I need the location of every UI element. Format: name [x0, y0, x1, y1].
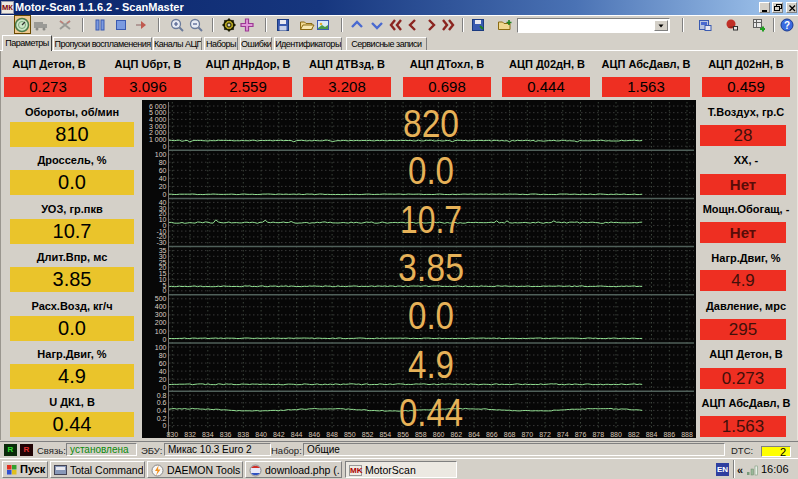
svg-text:0: 0 — [163, 191, 167, 198]
svg-text:868: 868 — [504, 431, 516, 438]
svg-text:830: 830 — [166, 431, 178, 438]
svg-text:100: 100 — [155, 151, 167, 158]
svg-text:60: 60 — [159, 360, 167, 367]
svg-text:850: 850 — [344, 431, 356, 438]
svg-text:0.6: 0.6 — [157, 399, 167, 406]
svg-text:866: 866 — [486, 431, 498, 438]
svg-text:886: 886 — [663, 431, 675, 438]
svg-text:840: 840 — [255, 431, 267, 438]
svg-text:872: 872 — [539, 431, 551, 438]
svg-text:0.8: 0.8 — [157, 392, 167, 399]
svg-text:832: 832 — [184, 431, 196, 438]
svg-text:40: 40 — [159, 368, 167, 375]
svg-text:848: 848 — [326, 431, 338, 438]
svg-text:884: 884 — [646, 431, 658, 438]
svg-text:300: 300 — [155, 311, 167, 318]
svg-text:0: 0 — [163, 336, 167, 343]
svg-text:0.2: 0.2 — [157, 415, 167, 422]
svg-text:852: 852 — [362, 431, 374, 438]
svg-text:0.4: 0.4 — [157, 407, 167, 414]
svg-text:838: 838 — [237, 431, 249, 438]
svg-text:878: 878 — [592, 431, 604, 438]
svg-text:100: 100 — [155, 328, 167, 335]
svg-text:40: 40 — [159, 175, 167, 182]
svg-text:20: 20 — [159, 376, 167, 383]
svg-text:3.85: 3.85 — [398, 246, 464, 289]
svg-text:4.9: 4.9 — [408, 343, 454, 386]
svg-text:834: 834 — [202, 431, 214, 438]
svg-text:820: 820 — [403, 102, 459, 145]
svg-text:844: 844 — [291, 431, 303, 438]
svg-text:0.44: 0.44 — [399, 391, 463, 434]
svg-text:876: 876 — [575, 431, 587, 438]
svg-text:870: 870 — [521, 431, 533, 438]
svg-text:0: 0 — [163, 384, 167, 391]
svg-text:80: 80 — [159, 159, 167, 166]
svg-text:20: 20 — [159, 183, 167, 190]
svg-text:80: 80 — [159, 352, 167, 359]
svg-text:10.7: 10.7 — [400, 198, 462, 241]
svg-text:0.0: 0.0 — [408, 294, 454, 337]
svg-text:842: 842 — [273, 431, 285, 438]
svg-text:874: 874 — [557, 431, 569, 438]
svg-text:-30: -30 — [156, 239, 166, 246]
svg-text:0.0: 0.0 — [408, 149, 454, 192]
svg-text:0: 0 — [163, 422, 167, 429]
svg-text:880: 880 — [610, 431, 622, 438]
svg-text:0: 0 — [163, 143, 167, 150]
svg-text:888: 888 — [681, 431, 693, 438]
svg-text:854: 854 — [379, 431, 391, 438]
svg-text:200: 200 — [155, 319, 167, 326]
svg-text:60: 60 — [159, 167, 167, 174]
svg-text:882: 882 — [628, 431, 640, 438]
svg-text:846: 846 — [308, 431, 320, 438]
svg-text:?: ? — [784, 20, 790, 31]
svg-text:500: 500 — [155, 295, 167, 302]
svg-text:400: 400 — [155, 303, 167, 310]
svg-text:0: 0 — [163, 287, 167, 294]
svg-text:864: 864 — [468, 431, 480, 438]
svg-text:100: 100 — [155, 344, 167, 351]
svg-text:836: 836 — [220, 431, 232, 438]
